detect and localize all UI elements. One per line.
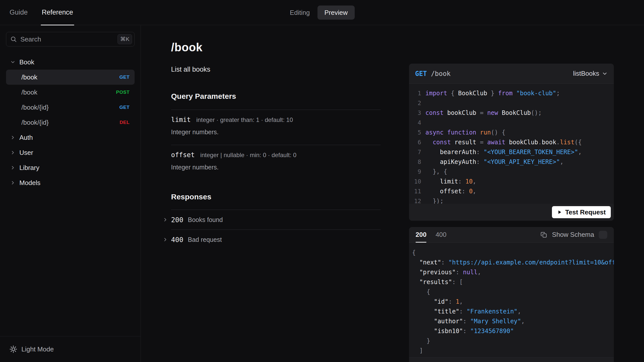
request-method: GET — [415, 70, 427, 77]
param-description: Integer numbers. — [171, 128, 381, 136]
json-line: "previous": null, — [412, 267, 614, 277]
main-content: /book List all books Query Parameters li… — [141, 25, 409, 362]
json-line: ] — [412, 346, 614, 355]
line-number: 6 — [412, 139, 421, 146]
code-line: 9 }, { — [412, 167, 614, 176]
responses-list: 200Books found400Bad request — [171, 210, 381, 249]
line-number: 11 — [412, 188, 421, 195]
show-schema-toggle[interactable] — [599, 231, 607, 239]
code-line: 1import { BookClub } from "book-club"; — [412, 88, 614, 98]
operation-label: listBooks — [573, 70, 599, 77]
sidebar-item-post-book[interactable]: /bookPOST — [6, 85, 135, 100]
response-code: 400 — [171, 236, 183, 244]
code-tokens: "isbn10": "1234567890" — [412, 328, 514, 335]
endpoint-path: /book/{id} — [21, 104, 49, 111]
tab-reference[interactable]: Reference — [42, 0, 73, 25]
sidebar-group-library[interactable]: Library — [6, 160, 135, 175]
param-meta: integer · greater than: 1 · default: 10 — [196, 116, 293, 123]
tab-guide[interactable]: Guide — [10, 0, 28, 25]
code-tokens: offset: 0, — [425, 188, 476, 195]
test-request-button[interactable]: Test Request — [552, 206, 611, 218]
line-number: 5 — [412, 129, 421, 136]
sidebar-nav: Book/bookGET/bookPOST/book/{id}GET/book/… — [0, 55, 141, 190]
code-line: 12 }); — [412, 196, 614, 204]
chevron-right-icon — [10, 135, 16, 140]
code-line: 2 — [412, 98, 614, 108]
code-sample: 1import { BookClub } from "book-club";23… — [409, 84, 614, 204]
response-tab-200[interactable]: 200 — [416, 227, 426, 243]
search-input[interactable]: Search ⌘K — [6, 32, 135, 47]
response-card-footer — [409, 357, 614, 362]
sidebar-group-book[interactable]: Book — [6, 55, 135, 70]
param-meta: integer | nullable · min: 0 · default: 0 — [200, 152, 296, 159]
code-tokens: "results": [ — [412, 279, 463, 286]
code-tokens: }, { — [425, 168, 447, 175]
endpoint-path: /book — [21, 73, 37, 81]
code-tokens: const result = await bookClub.book.list(… — [425, 139, 582, 146]
chevron-down-icon — [10, 59, 16, 65]
response-row-200[interactable]: 200Books found — [171, 210, 381, 230]
sidebar-group-label: Library — [19, 164, 39, 172]
copy-icon[interactable] — [540, 231, 547, 238]
theme-switcher[interactable]: Light Mode — [0, 336, 141, 362]
chevron-right-icon — [10, 150, 16, 155]
code-tokens: import { BookClub } from "book-club"; — [425, 90, 560, 97]
chevron-right-icon — [10, 180, 16, 186]
code-line: 3const bookClub = new BookClub(); — [412, 108, 614, 118]
sidebar-item-get-bookid[interactable]: /book/{id}GET — [6, 100, 135, 115]
divider — [171, 110, 381, 110]
code-line: 11 offset: 0, — [412, 186, 614, 196]
top-bar: Guide Reference Editing Preview — [0, 0, 644, 25]
line-number: 12 — [412, 198, 421, 204]
code-tokens: const bookClub = new BookClub(); — [425, 109, 542, 116]
code-line: 5async function run() { — [412, 127, 614, 137]
code-tokens: "next": "https://api.example.com/endpoin… — [412, 259, 614, 266]
json-line: "id": 1, — [412, 297, 614, 306]
editing-toggle[interactable]: Editing — [290, 9, 310, 17]
responses-heading: Responses — [171, 193, 381, 201]
code-tokens: limit: 10, — [425, 178, 476, 185]
request-example-card: GET /book listBooks 1import { BookClub }… — [409, 64, 614, 221]
sidebar-group-label: Models — [19, 179, 41, 187]
code-tokens: } — [412, 337, 430, 344]
response-tab-400[interactable]: 400 — [435, 227, 446, 243]
json-line: "author": "Mary Shelley", — [412, 316, 614, 326]
code-line: 6 const result = await bookClub.book.lis… — [412, 137, 614, 147]
json-line: { — [412, 248, 614, 257]
endpoint-path: /book/{id} — [21, 119, 49, 126]
line-number: 8 — [412, 159, 421, 165]
param-row: offsetinteger | nullable · min: 0 · defa… — [171, 151, 381, 159]
param-row: limitinteger · greater than: 1 · default… — [171, 116, 381, 123]
response-json: { "next": "https://api.example.com/endpo… — [409, 243, 614, 357]
chevron-right-icon — [163, 237, 168, 242]
json-line: "next": "https://api.example.com/endpoin… — [412, 257, 614, 267]
play-icon — [557, 210, 562, 215]
request-card-footer: Test Request — [409, 204, 614, 221]
operation-select[interactable]: listBooks — [573, 70, 608, 77]
line-number: 10 — [412, 178, 421, 185]
chevron-down-icon — [602, 71, 608, 77]
sidebar-group-user[interactable]: User — [6, 145, 135, 160]
code-tokens: "previous": null, — [412, 269, 481, 276]
sidebar-group-models[interactable]: Models — [6, 175, 135, 190]
code-tokens: { — [412, 288, 430, 295]
request-card-header: GET /book listBooks — [409, 64, 614, 84]
preview-toggle[interactable]: Preview — [317, 6, 355, 20]
sidebar-group-auth[interactable]: Auth — [6, 130, 135, 145]
param-name: limit — [171, 116, 191, 123]
code-tokens: "id": 1, — [412, 298, 463, 305]
response-row-400[interactable]: 400Bad request — [171, 230, 381, 249]
response-tools: Show Schema — [540, 231, 607, 239]
response-example-card: 200 400 Show Schema { "next": "https://a… — [409, 227, 614, 362]
code-tokens: bearerAuth: "<YOUR_BEARER_TOKEN_HERE>", — [425, 149, 582, 156]
response-label: Books found — [188, 216, 223, 223]
sidebar-item-get-book[interactable]: /bookGET — [6, 70, 135, 85]
code-line: 10 limit: 10, — [412, 176, 614, 186]
command-k-badge: ⌘K — [117, 34, 132, 44]
sidebar-item-del-bookid[interactable]: /book/{id}DEL — [6, 115, 135, 130]
code-tokens: async function run() { — [425, 129, 505, 136]
page-title: /book — [171, 40, 381, 54]
request-path: /book — [431, 70, 451, 77]
line-number: 9 — [412, 168, 421, 175]
show-schema-label: Show Schema — [552, 231, 594, 239]
